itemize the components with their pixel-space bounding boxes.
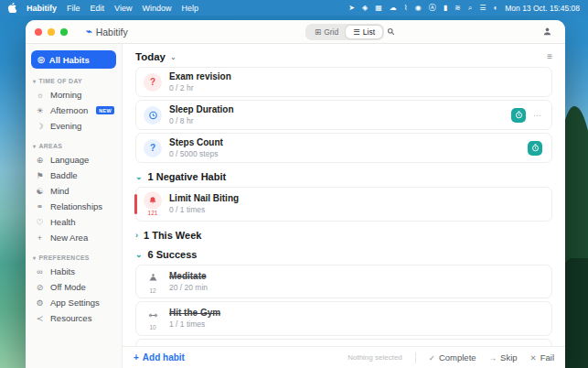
x-icon: ✕	[530, 353, 537, 363]
sidebar-item-resources[interactable]: ≺ Resources	[31, 310, 116, 326]
sidebar-item-habits[interactable]: ∞ Habits	[31, 264, 116, 279]
sidebar-item-afternoon[interactable]: ☀ Afternoon NEW	[31, 103, 116, 118]
more-options-icon[interactable]: ⋯	[533, 111, 542, 120]
habit-icon-wrap: 12	[144, 269, 162, 295]
habit-streak: 12	[149, 288, 155, 295]
menubar-clock[interactable]: Mon 13 Oct. 15:45:08	[505, 4, 580, 13]
habit-icon-wrap	[144, 106, 162, 124]
habit-title: Exam revision	[169, 71, 231, 81]
sidebar-item-evening[interactable]: ☽ Evening	[31, 118, 116, 134]
group-title[interactable]: Today	[135, 51, 166, 62]
all-habits-icon: ◎	[37, 55, 45, 64]
window-titlebar: ⌁ Habitify ⊞ Grid ☰ List	[26, 20, 565, 44]
sidebar-item-all-habits[interactable]: ◎ All Habits	[31, 50, 116, 69]
sidebar-item-relationships[interactable]: ⚭ Relationships	[31, 199, 116, 214]
menubar-window-menu[interactable]: Window	[142, 4, 171, 13]
chevron-down-icon: ⌄	[135, 250, 143, 259]
grid-icon: ⊞	[315, 27, 321, 37]
sidebar-item-health[interactable]: ♡ Health	[31, 214, 116, 230]
sidebar-section-time-of-day[interactable]: ▾ TIME OF DAY	[33, 78, 114, 84]
sidebar-item-label: Language	[50, 155, 89, 165]
search-button[interactable]	[387, 27, 395, 36]
habit-icon-wrap: 10	[144, 306, 162, 331]
start-timer-button[interactable]	[528, 141, 542, 156]
menubar-help-menu[interactable]: Help	[181, 4, 198, 13]
sort-filter-icon[interactable]: ≡	[547, 52, 552, 61]
fail-button[interactable]: ✕ Fail	[530, 352, 554, 363]
location-icon[interactable]: ◉	[415, 4, 422, 12]
complete-button[interactable]: ✓ Complete	[429, 352, 476, 363]
sidebar-item-label: Off Mode	[50, 282, 86, 292]
close-window-button[interactable]	[35, 28, 42, 36]
minimize-window-button[interactable]	[48, 28, 55, 36]
dumbbell-icon	[144, 306, 162, 324]
skip-arrow-icon: →	[489, 353, 497, 363]
habit-row-steps-count[interactable]: ? Steps Count 0 / 5000 steps	[135, 133, 552, 163]
wifi-icon[interactable]: ≋	[454, 4, 461, 12]
grid-view-label: Grid	[324, 27, 338, 37]
chevron-down-icon[interactable]: ⌄	[170, 53, 176, 61]
person-icon	[542, 27, 552, 37]
sidebar-item-new-area[interactable]: + New Area	[31, 230, 116, 245]
menubar-edit-menu[interactable]: Edit	[91, 4, 105, 13]
spotlight-icon[interactable]: ⌕	[468, 4, 472, 13]
bell-icon	[144, 191, 162, 210]
start-timer-button[interactable]	[511, 108, 526, 123]
sidebar-item-off-mode[interactable]: ⊘ Off Mode	[31, 279, 116, 295]
cursor-icon[interactable]: ➤	[348, 4, 355, 12]
habit-row-drink-water[interactable]: 10 Drink water 2000 / 2000 ml	[135, 339, 552, 347]
question-mark-icon: ?	[144, 73, 162, 92]
control-center-icon[interactable]: ☰	[479, 4, 486, 12]
list-view-button[interactable]: ☰ List	[346, 26, 382, 38]
main-content: Today ⌄ ≡ ? Exam revision 0 / 2 hr	[123, 44, 565, 368]
sidebar-item-morning[interactable]: ☼ Morning	[31, 87, 116, 103]
sidebar-section-preferences[interactable]: ▾ PREFERENCES	[33, 254, 114, 261]
sidebar-item-label: New Area	[50, 233, 88, 243]
habit-texts: Sleep Duration 0 / 8 hr	[169, 104, 234, 125]
weather-cloud-icon[interactable]: ☁	[390, 4, 397, 12]
sidebar-item-mind[interactable]: ☯ Mind	[31, 183, 116, 199]
new-badge: NEW	[96, 106, 114, 114]
add-habit-button[interactable]: + Add habit	[134, 352, 185, 363]
habit-row-limit-nail-biting[interactable]: 121 Limit Nail Biting 0 / 1 times	[135, 187, 552, 222]
habit-texts: Meditate 20 / 20 min	[169, 271, 208, 292]
habit-texts: Hit the Gym 1 / 1 times	[169, 308, 220, 329]
macos-menubar: Habitify File Edit View Window Help ➤ ◈ …	[0, 0, 588, 16]
shield-icon[interactable]: ◈	[362, 4, 368, 12]
battery-icon[interactable]: ▮	[444, 4, 447, 12]
habit-row-sleep-duration[interactable]: Sleep Duration 0 / 8 hr ⋯	[135, 100, 552, 130]
habit-row-hit-the-gym[interactable]: 10 Hit the Gym 1 / 1 times	[135, 301, 552, 336]
fail-label: Fail	[540, 352, 554, 363]
skip-button[interactable]: → Skip	[489, 352, 518, 363]
siri-icon[interactable]: ◐	[493, 4, 497, 12]
app-a-icon[interactable]: Ⓐ	[429, 3, 436, 13]
menubar-view-menu[interactable]: View	[114, 4, 132, 13]
sidebar-item-baddle[interactable]: ⚑ Baddle	[31, 168, 116, 183]
zoom-window-button[interactable]	[60, 28, 68, 36]
section-success[interactable]: ⌄ 6 Success	[135, 249, 552, 260]
habit-streak: 121	[148, 211, 158, 217]
selection-status: Nothing selected	[347, 353, 402, 362]
habitify-logo-icon: ⌁	[86, 26, 92, 38]
plus-icon: +	[35, 233, 45, 243]
section-label: 1 Negative Habit	[148, 171, 227, 182]
section-title: PREFERENCES	[38, 254, 89, 261]
sidebar-item-language[interactable]: ⊕ Language	[31, 152, 116, 168]
grid-view-button[interactable]: ⊞ Grid	[307, 26, 346, 38]
menubar-file-menu[interactable]: File	[67, 4, 80, 13]
menubar-app-menu[interactable]: Habitify	[27, 4, 57, 13]
habit-row-exam-revision[interactable]: ? Exam revision 0 / 2 hr	[135, 67, 552, 97]
dongle-icon[interactable]: ⌇	[404, 4, 408, 12]
apple-logo-icon[interactable]	[8, 3, 16, 13]
section-title: TIME OF DAY	[38, 78, 82, 84]
habit-row-meditate[interactable]: 12 Meditate 20 / 20 min	[135, 265, 552, 299]
habit-actions: ⋯	[511, 108, 542, 123]
sidebar-item-app-settings[interactable]: ⚙ App Settings	[31, 295, 116, 310]
habit-icon-wrap: ?	[144, 73, 162, 92]
section-this-week[interactable]: › 1 This Week	[135, 230, 552, 241]
sidebar-section-areas[interactable]: ▾ AREAS	[33, 143, 114, 149]
menubar-status-area: ➤ ◈ ▦ ☁ ⌇ ◉ Ⓐ ▮ ≋ ⌕ ☰ ◐ Mon 13 Oct. 15:4…	[348, 3, 580, 13]
account-button[interactable]	[542, 27, 552, 37]
section-negative-habit[interactable]: ⌄ 1 Negative Habit	[135, 171, 552, 182]
keyboard-icon[interactable]: ▦	[375, 4, 382, 12]
